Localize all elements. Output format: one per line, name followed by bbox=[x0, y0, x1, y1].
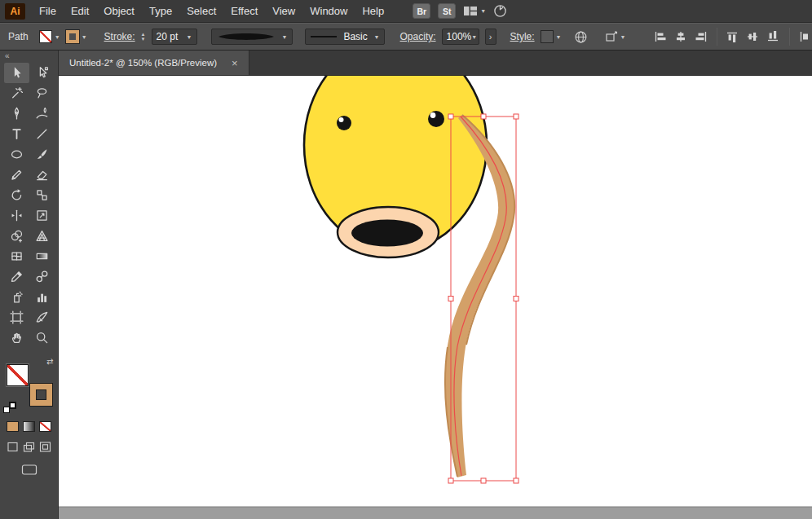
tool-slice[interactable] bbox=[29, 307, 55, 328]
menu-window[interactable]: Window bbox=[302, 0, 355, 23]
right-eye[interactable] bbox=[428, 111, 444, 127]
free-transform-tool-icon bbox=[35, 209, 49, 222]
stroke-weight-field[interactable]: 20 pt ▼ bbox=[152, 29, 197, 45]
tool-line-segment[interactable] bbox=[29, 124, 55, 144]
menu-bar: Ai File Edit Object Type Select Effect V… bbox=[0, 0, 812, 23]
tools-panel-collapse[interactable]: « bbox=[0, 51, 58, 63]
align-top-icon[interactable] bbox=[726, 31, 739, 42]
tool-mesh[interactable] bbox=[4, 246, 29, 266]
tool-shape-builder[interactable] bbox=[4, 226, 29, 246]
tool-scale[interactable] bbox=[29, 185, 55, 205]
menu-select[interactable]: Select bbox=[179, 0, 223, 23]
graphic-style-dropdown[interactable]: ▼ bbox=[541, 30, 562, 43]
align-bottom-icon[interactable] bbox=[767, 31, 780, 42]
distribute-icon[interactable] bbox=[799, 31, 812, 42]
sync-status-icon[interactable] bbox=[493, 4, 507, 18]
menu-file[interactable]: File bbox=[32, 0, 64, 23]
tool-selection[interactable] bbox=[4, 63, 29, 83]
menu-object[interactable]: Object bbox=[96, 0, 142, 23]
chevron-down-icon: ▼ bbox=[82, 34, 87, 40]
align-center-horizontal-icon[interactable] bbox=[674, 31, 687, 42]
none-button[interactable] bbox=[39, 421, 51, 432]
handle-top-left[interactable] bbox=[448, 114, 453, 119]
default-fill-stroke-icon[interactable] bbox=[3, 402, 16, 413]
stroke-color-dropdown[interactable]: ▼ bbox=[66, 30, 87, 43]
handle-bottom-right[interactable] bbox=[514, 478, 519, 483]
tool-symbol-sprayer[interactable] bbox=[4, 287, 29, 307]
tool-ellipse[interactable] bbox=[4, 144, 29, 165]
tool-gradient[interactable] bbox=[29, 246, 55, 266]
tool-lasso[interactable] bbox=[29, 83, 55, 103]
menu-help[interactable]: Help bbox=[355, 0, 391, 23]
handle-middle-left[interactable] bbox=[448, 297, 453, 301]
scale-tool-icon bbox=[35, 188, 49, 202]
tool-curvature[interactable] bbox=[29, 103, 55, 124]
bridge-button[interactable]: Br bbox=[413, 3, 430, 19]
menu-type[interactable]: Type bbox=[142, 0, 179, 23]
swap-fill-stroke-icon[interactable]: ⇄ bbox=[46, 358, 53, 366]
document-tab[interactable]: Untitled-2* @ 150% (RGB/Preview) × bbox=[59, 51, 249, 75]
tool-magic-wand[interactable] bbox=[4, 83, 29, 103]
stroke-color-swatch bbox=[66, 30, 79, 43]
tool-pen[interactable] bbox=[4, 103, 29, 124]
creature-head-group[interactable] bbox=[304, 76, 487, 257]
left-eye[interactable] bbox=[337, 116, 351, 130]
style-panel-link[interactable]: Style: bbox=[510, 31, 535, 42]
tool-direct-selection[interactable] bbox=[29, 63, 55, 83]
screen-mode-button[interactable] bbox=[21, 464, 38, 479]
handle-top-center[interactable] bbox=[481, 114, 486, 119]
tool-eyedropper[interactable] bbox=[4, 266, 29, 287]
artboard-canvas[interactable] bbox=[59, 76, 812, 519]
stroke-proxy-swatch[interactable] bbox=[30, 384, 52, 406]
artboard-tool-icon bbox=[10, 310, 24, 324]
handle-bottom-left[interactable] bbox=[448, 478, 453, 483]
draw-normal-icon[interactable] bbox=[7, 442, 19, 452]
tool-rotate[interactable] bbox=[4, 185, 29, 205]
tool-artboard[interactable] bbox=[4, 307, 29, 328]
gradient-tool-icon bbox=[35, 249, 49, 263]
fill-color-dropdown[interactable]: ▼ bbox=[39, 30, 60, 43]
document-setup-globe-icon[interactable] bbox=[574, 30, 588, 44]
tool-eraser[interactable] bbox=[29, 165, 55, 185]
tool-perspective-grid[interactable] bbox=[29, 226, 55, 246]
color-button[interactable] bbox=[7, 421, 19, 432]
stroke-panel-link[interactable]: Stroke: bbox=[104, 31, 135, 42]
tool-paintbrush[interactable] bbox=[29, 144, 55, 165]
tool-column-graph[interactable] bbox=[29, 287, 55, 307]
menu-view[interactable]: View bbox=[265, 0, 302, 23]
tool-pencil[interactable] bbox=[4, 165, 29, 185]
fill-proxy-swatch-none[interactable] bbox=[7, 364, 29, 386]
stroke-weight-stepper[interactable]: ▲▼ bbox=[141, 32, 146, 42]
tool-zoom[interactable] bbox=[29, 328, 55, 348]
handle-middle-right[interactable] bbox=[514, 297, 519, 301]
opacity-panel-link[interactable]: Opacity: bbox=[400, 31, 436, 42]
align-center-vertical-icon[interactable] bbox=[747, 31, 760, 42]
opacity-field[interactable]: 100% ▼ bbox=[442, 29, 479, 45]
canvas-area[interactable] bbox=[59, 76, 812, 519]
handle-top-right[interactable] bbox=[514, 114, 519, 119]
opacity-expander-button[interactable]: › bbox=[485, 29, 496, 45]
gradient-button[interactable] bbox=[23, 421, 35, 432]
stock-button[interactable]: St bbox=[438, 3, 456, 19]
tool-free-transform[interactable] bbox=[29, 205, 55, 226]
workspace-switcher[interactable]: ▼ bbox=[463, 6, 486, 16]
align-right-icon[interactable] bbox=[695, 31, 708, 42]
draw-behind-icon[interactable] bbox=[23, 442, 35, 452]
tool-blend[interactable] bbox=[29, 266, 55, 287]
paintbrush-tool-icon bbox=[35, 147, 49, 161]
divider bbox=[717, 28, 717, 46]
width-profile-dropdown[interactable]: Basic ▼ bbox=[305, 29, 385, 45]
menu-effect[interactable]: Effect bbox=[223, 0, 265, 23]
brush-definition-dropdown[interactable]: ▼ bbox=[211, 29, 293, 45]
illustrator-logo: Ai bbox=[5, 3, 25, 20]
tool-hand[interactable] bbox=[4, 328, 29, 348]
tool-width[interactable] bbox=[4, 205, 29, 226]
draw-inside-icon[interactable] bbox=[39, 442, 51, 452]
align-left-icon[interactable] bbox=[654, 31, 667, 42]
menu-edit[interactable]: Edit bbox=[64, 0, 96, 23]
transform-panel-dropdown[interactable]: ▼ bbox=[605, 31, 626, 42]
handle-bottom-center[interactable] bbox=[481, 478, 486, 483]
chevron-down-icon: ▼ bbox=[374, 34, 380, 40]
tool-type[interactable] bbox=[4, 124, 29, 144]
close-tab-icon[interactable]: × bbox=[232, 57, 238, 69]
